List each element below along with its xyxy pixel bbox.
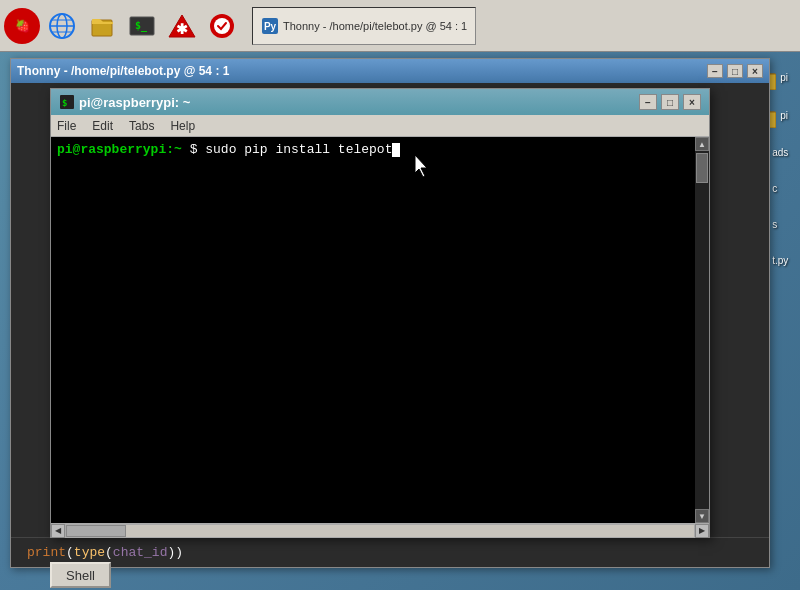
desktop-item-label-s: s — [772, 219, 777, 230]
code-paren-open: ( — [66, 545, 74, 560]
terminal-menu-tabs[interactable]: Tabs — [129, 119, 154, 133]
terminal-menu-file[interactable]: File — [57, 119, 76, 133]
thonny-taskbar-label: Thonny - /home/pi/telebot.py @ 54 : 1 — [283, 20, 467, 32]
terminal-minimize-btn[interactable]: − — [639, 94, 657, 110]
scrollbar-thumb[interactable] — [696, 153, 708, 183]
thonny-taskbar-btn[interactable]: Py Thonny - /home/pi/telebot.py @ 54 : 1 — [252, 7, 476, 45]
desktop-item-label-1: pi — [780, 72, 788, 83]
terminal-titlebar-left: $ pi@raspberrypi: ~ — [59, 94, 190, 110]
terminal-icon: $ — [59, 94, 75, 110]
terminal-maximize-btn[interactable]: □ — [661, 94, 679, 110]
svg-text:✱: ✱ — [176, 21, 188, 37]
code-paren2: ( — [105, 545, 113, 560]
svg-text:🍓: 🍓 — [15, 17, 31, 32]
terminal-titlebar-buttons: − □ × — [639, 94, 701, 110]
thonny-titlebar: Thonny - /home/pi/telebot.py @ 54 : 1 − … — [11, 59, 769, 83]
code-print-keyword: print — [27, 545, 66, 560]
terminal-cursor — [392, 143, 400, 157]
scrollbar-up-arrow[interactable]: ▲ — [695, 137, 709, 151]
terminal-window: $ pi@raspberrypi: ~ − □ × File Edit Tabs… — [50, 88, 710, 538]
scrollbar-down-arrow[interactable]: ▼ — [695, 509, 709, 523]
browser-taskbar-icon[interactable] — [44, 8, 80, 44]
terminal-taskbar-icon[interactable]: $_ — [124, 8, 160, 44]
terminal-scrollbar[interactable]: ▲ ▼ — [695, 137, 709, 523]
desktop-item-label-tpy: t.py — [772, 255, 788, 266]
terminal-content-wrapper: pi@raspberrypi:~ $ sudo pip install tele… — [51, 137, 709, 523]
terminal-menu-edit[interactable]: Edit — [92, 119, 113, 133]
files-taskbar-icon[interactable] — [84, 8, 120, 44]
alert-taskbar-icon[interactable]: ✱ — [164, 8, 200, 44]
terminal-menu-help[interactable]: Help — [170, 119, 195, 133]
thonny-titlebar-buttons: − □ × — [707, 64, 763, 78]
hscroll-left-arrow[interactable]: ◀ — [51, 524, 65, 538]
terminal-command: $ sudo pip install telepot — [182, 142, 393, 157]
thonny-bottom-code: print ( type ( chat_id )) — [11, 537, 769, 567]
code-type-func: type — [74, 545, 105, 560]
terminal-close-btn[interactable]: × — [683, 94, 701, 110]
terminal-content[interactable]: pi@raspberrypi:~ $ sudo pip install tele… — [51, 137, 695, 523]
desktop-item-label-2: pi — [780, 110, 788, 121]
thonny-maximize-btn[interactable]: □ — [727, 64, 743, 78]
hscroll-thumb[interactable] — [66, 525, 126, 537]
svg-text:$: $ — [62, 98, 67, 108]
code-chat-id: chat_id — [113, 545, 168, 560]
terminal-text-area: pi@raspberrypi:~ $ sudo pip install tele… — [51, 137, 695, 177]
desktop-item-label-ads: ads — [772, 147, 788, 158]
antivirus-taskbar-icon[interactable] — [204, 8, 240, 44]
hscroll-track[interactable] — [65, 524, 695, 538]
raspberry-pi-icon[interactable]: 🍓 — [4, 8, 40, 44]
terminal-titlebar: $ pi@raspberrypi: ~ − □ × — [51, 89, 709, 115]
thonny-close-btn[interactable]: × — [747, 64, 763, 78]
svg-point-13 — [214, 18, 230, 34]
svg-text:Py: Py — [264, 21, 277, 32]
terminal-hscrollbar[interactable]: ◀ ▶ — [51, 523, 709, 537]
desktop: 🍓 $_ ✱ — [0, 0, 800, 590]
terminal-menubar: File Edit Tabs Help — [51, 115, 709, 137]
desktop-item-label-c: c — [772, 183, 777, 194]
thonny-title: Thonny - /home/pi/telebot.py @ 54 : 1 — [17, 64, 229, 78]
hscroll-right-arrow[interactable]: ▶ — [695, 524, 709, 538]
terminal-title: pi@raspberrypi: ~ — [79, 95, 190, 110]
terminal-prompt: pi@raspberrypi:~ — [57, 142, 182, 157]
thonny-minimize-btn[interactable]: − — [707, 64, 723, 78]
taskbar: 🍓 $_ ✱ — [0, 0, 800, 52]
shell-button[interactable]: Shell — [50, 562, 111, 588]
shell-button-label: Shell — [66, 568, 95, 583]
svg-text:$_: $_ — [135, 20, 148, 32]
code-paren-close: )) — [167, 545, 183, 560]
scrollbar-track[interactable] — [695, 151, 709, 509]
